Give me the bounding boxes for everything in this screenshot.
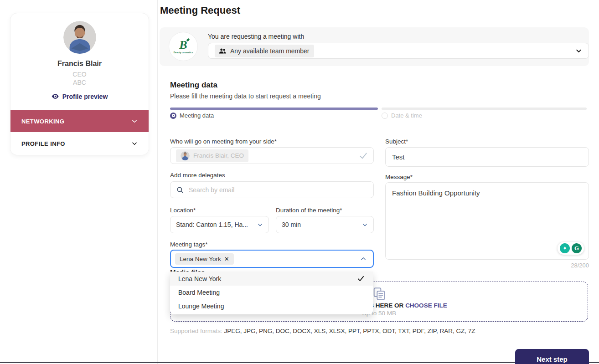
supported-formats: Supported formats: JPEG, JPG, PNG, DOC, … (170, 328, 475, 334)
step-date-time[interactable]: Date & time (382, 112, 422, 119)
main-content: Meeting Request B Beauty cosmetics You a… (158, 0, 599, 364)
chevron-down-icon (131, 140, 138, 147)
check-icon (357, 275, 365, 282)
remove-tag-icon[interactable]: ✕ (224, 256, 229, 262)
chevron-down-icon (257, 222, 263, 228)
subject-input[interactable] (392, 153, 582, 161)
supported-formats-label: Supported formats: (170, 328, 224, 334)
meeting-with-card: B Beauty cosmetics You are requesting a … (160, 27, 589, 66)
subject-field[interactable] (385, 147, 589, 167)
team-member-chip: Any available team member (215, 45, 314, 57)
chevron-down-icon (362, 222, 368, 228)
choose-file-link[interactable]: CHOOSE FILE (405, 302, 447, 309)
option-label: Lounge Meeting (178, 302, 224, 310)
delegate-chip: Francis Blair, CEO (176, 149, 248, 162)
tag-chip-label: Lena New York (180, 256, 221, 262)
tags-label: Meeting tags* (170, 241, 208, 248)
search-input[interactable] (189, 186, 368, 194)
radio-off-icon (382, 113, 388, 119)
profile-card: Francis Blair CEO ABC Profile preview NE… (10, 13, 149, 155)
tags-dropdown: Lena New York Board Meeting Lounge Meeti… (170, 272, 373, 314)
profile-info-label: PROFILE INFO (21, 140, 65, 147)
tag-chip: Lena New York ✕ (175, 253, 234, 265)
option-label: Lena New York (178, 275, 221, 282)
chevron-down-icon (131, 118, 138, 124)
char-counter: 28/200 (385, 262, 589, 269)
company-logo-letter: B (179, 40, 187, 51)
check-icon (359, 151, 368, 160)
step2-label: Date & time (391, 112, 422, 119)
message-label: Message* (385, 174, 413, 180)
location-value: Stand: Canton 1.15, Ha... (176, 221, 248, 228)
profile-company: ABC (10, 78, 149, 87)
duration-label: Duration of the meeting* (276, 207, 342, 214)
next-step-button[interactable]: Next step (515, 349, 589, 364)
suggestion-bulb-icon: ✦ (560, 243, 570, 253)
message-textarea[interactable]: Fashion Building Opportunity ✦ G (385, 182, 589, 260)
people-icon (218, 47, 227, 55)
tags-option-lounge-meeting[interactable]: Lounge Meeting (170, 299, 373, 313)
search-icon (176, 186, 184, 194)
page-title: Meeting Request (160, 5, 240, 16)
tags-option-board-meeting[interactable]: Board Meeting (170, 286, 373, 299)
tags-option-lena-new-york[interactable]: Lena New York (170, 272, 373, 286)
location-select[interactable]: Stand: Canton 1.15, Ha... (170, 216, 269, 233)
delegate-value: Francis Blair, CEO (193, 152, 244, 159)
step1-progress-bar (170, 108, 378, 110)
team-member-value: Any available team member (230, 47, 310, 55)
networking-label: NETWORKING (21, 118, 64, 125)
left-sidebar: Francis Blair CEO ABC Profile preview NE… (0, 0, 158, 364)
sidebar-item-networking[interactable]: NETWORKING (10, 110, 149, 132)
option-label: Board Meeting (178, 289, 220, 296)
location-label: Location* (170, 207, 196, 214)
message-value: Fashion Building Opportunity (392, 189, 480, 197)
step1-label: Meeting data (180, 112, 214, 119)
avatar (181, 151, 190, 160)
team-member-select[interactable]: Any available team member (208, 43, 589, 59)
sidebar-item-profile-info[interactable]: PROFILE INFO (10, 132, 149, 155)
subject-label: Subject* (385, 138, 408, 145)
add-delegates-label: Add more delegates (170, 172, 225, 179)
files-icon (372, 287, 387, 301)
delegate-field: Francis Blair, CEO (170, 147, 374, 164)
profile-preview-label: Profile preview (62, 93, 108, 100)
eye-icon (52, 92, 59, 100)
profile-name: Francis Blair (10, 60, 149, 68)
grammarly-icon: G (572, 243, 582, 253)
avatar (63, 21, 96, 54)
window-bottom-edge (0, 362, 599, 363)
section-title: Meeting data (170, 81, 217, 90)
step-meeting-data[interactable]: Meeting data (170, 112, 214, 119)
profile-preview-link[interactable]: Profile preview (10, 92, 149, 100)
delegate-search-field[interactable] (170, 181, 374, 198)
duration-select[interactable]: 30 min (276, 216, 374, 233)
chevron-up-icon (360, 256, 367, 262)
tags-multiselect[interactable]: Lena New York ✕ (170, 250, 374, 268)
delegate-label: Who will go on meeting from your side* (170, 138, 277, 145)
profile-role: CEO (10, 70, 149, 78)
chevron-down-icon (575, 47, 582, 54)
grammarly-widget[interactable]: ✦ G (558, 242, 584, 255)
supported-formats-list: JPEG, JPG, PNG, DOC, DOCX, XLS, XLSX, PP… (224, 328, 475, 334)
section-subtitle: Please fill the meeting data to start re… (170, 92, 321, 100)
meeting-with-label: You are requesting a meeting with (208, 33, 304, 40)
step2-progress-bar (382, 108, 587, 110)
company-logo: B Beauty cosmetics (169, 32, 198, 61)
duration-value: 30 min (282, 221, 301, 228)
radio-on-icon (170, 113, 176, 119)
